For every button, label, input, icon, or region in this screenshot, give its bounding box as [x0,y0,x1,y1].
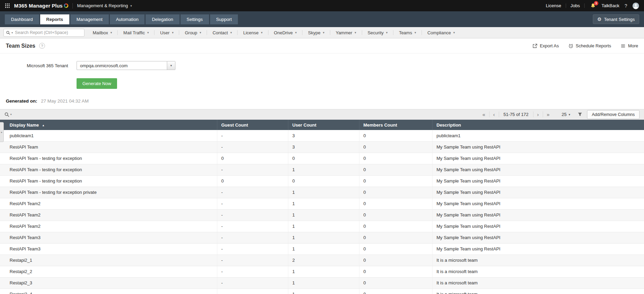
table-row[interactable]: RestAPI Team2-10My Sample Team using Res… [0,221,644,232]
chevron-down-icon: ▾ [295,31,297,34]
pagination-range: 51-75 of 172 [499,111,533,117]
search-input[interactable] [14,30,82,35]
table-cell: Restapi2_2 [0,266,217,277]
add-remove-columns-button[interactable]: Add/Remove Columns [587,110,640,119]
report-help-icon[interactable]: ? [39,43,45,49]
table-cell: 0 [359,209,432,221]
column-header-user-count[interactable]: User Count [288,120,359,130]
column-header-description[interactable]: Description [432,120,644,130]
app-launcher-icon[interactable] [5,3,10,8]
table-row[interactable]: Restapi2_1-20It is a microsoft team [0,255,644,266]
tab-support[interactable]: Support [210,14,238,24]
first-page-button[interactable]: « [479,111,489,117]
tab-reports[interactable]: Reports [40,14,69,24]
table-row[interactable]: RestAPI Team3-10My Sample Team using Res… [0,232,644,243]
next-page-button[interactable]: › [533,111,543,117]
talkback-link[interactable]: TalkBack [601,3,619,8]
table-cell: 0 [359,221,432,232]
divider [72,3,73,9]
table-cell: - [217,277,288,289]
menu-onedrive[interactable]: OneDrive▾ [268,30,302,35]
table-cell: RestAPI Team2 [0,198,217,209]
notifications-button[interactable]: 1 [590,3,596,8]
tenant-label: Microsoft 365 Tenant [27,63,70,68]
chevron-down-icon: ▾ [568,113,570,116]
report-search[interactable]: ▾ [3,29,84,37]
table-row[interactable]: RestAPI Team2-10My Sample Team using Res… [0,198,644,209]
filter-button[interactable] [578,112,582,117]
table-row[interactable]: RestAPI Team2-10My Sample Team using Res… [0,209,644,221]
generate-now-button[interactable]: Generate Now [77,78,117,89]
table-cell: RestAPI Team [0,141,217,153]
menu-mailbox[interactable]: Mailbox▾ [87,30,118,35]
chevron-down-icon: ▾ [147,31,149,34]
module-switcher[interactable]: Management & Reporting ▾ [77,3,132,8]
main-nav: DashboardReportsManagementAutomationDele… [0,11,644,27]
table-cell: 2 [288,255,359,266]
table-cell: RestAPI Team2 [0,221,217,232]
menu-compliance[interactable]: Compliance▾ [422,30,455,35]
table-cell: - [217,266,288,277]
table-row[interactable]: RestAPI Team - testing for exception000M… [0,153,644,164]
user-avatar[interactable] [632,2,639,9]
table-row[interactable]: publicteam1-30publicteam1 [0,130,644,141]
jobs-link[interactable]: Jobs [571,3,580,8]
generate-row: Generate Now [0,78,644,89]
tab-management[interactable]: Management [70,14,109,24]
table-row[interactable]: Restapi2_3-10It is a microsoft team [0,277,644,289]
search-icon [6,31,10,35]
divider [584,3,585,8]
table-row[interactable]: RestAPI Team - testing for exception-10M… [0,164,644,175]
column-header-display-name[interactable]: Display Name▲ [0,120,217,130]
table-cell: My Sample Team using RestAPI [432,187,644,198]
more-button[interactable]: More [621,43,638,48]
menu-skype[interactable]: Skype▾ [302,30,330,35]
table-cell: 1 [288,198,359,209]
table-cell: 0 [288,175,359,187]
table-row[interactable]: RestAPI Team-30My Sample Team using Rest… [0,141,644,153]
table-row[interactable]: Restapi2_2-10It is a microsoft team [0,266,644,277]
tenant-settings-button[interactable]: ⚙ Tenant Settings [593,14,639,24]
menu-user[interactable]: User▾ [154,30,179,35]
table-cell: My Sample Team using RestAPI [432,175,644,187]
page-size-select[interactable]: 25 ▾ [559,111,573,118]
table-row[interactable]: RestAPI Team - testing for exception000M… [0,175,644,187]
table-cell: RestAPI Team3 [0,232,217,243]
app-root: M365 Manager Plus Management & Reporting… [0,0,644,294]
menu-mail-traffic[interactable]: Mail Traffic▾ [118,30,154,35]
tab-settings[interactable]: Settings [181,14,209,24]
table-row[interactable]: RestAPI Team - testing for exception pri… [0,187,644,198]
tab-delegation[interactable]: Delegation [146,14,179,24]
table-search-button[interactable]: ▾ [4,112,12,117]
tenant-select[interactable]: ompqa.onmicrosoft.com ▾ [77,61,175,70]
menu-contact[interactable]: Contact▾ [207,30,238,35]
export-as-button[interactable]: Export As [532,43,559,48]
left-panel-toggle[interactable]: ▸ [0,122,4,142]
menu-teams[interactable]: Teams▾ [393,30,422,35]
last-page-button[interactable]: » [543,111,553,117]
table-cell: - [217,243,288,255]
column-header-members-count[interactable]: Members Count [359,120,432,130]
search-icon [4,112,9,117]
table-row[interactable]: RestAPI Team3-10My Sample Team using Res… [0,243,644,255]
menu-yammer[interactable]: Yammer▾ [330,30,362,35]
tab-dashboard[interactable]: Dashboard [5,14,39,24]
table-cell: 0 [359,130,432,141]
table-cell: - [217,187,288,198]
table-cell: My Sample Team using RestAPI [432,153,644,164]
menu-security[interactable]: Security▾ [362,30,394,35]
app-logo[interactable]: M365 Manager Plus [14,3,68,9]
export-icon [532,44,537,48]
menu-group[interactable]: Group▾ [179,30,207,35]
column-header-guest-count[interactable]: Guest Count [217,120,288,130]
table-cell: 1 [288,164,359,175]
table-row[interactable]: Restapi2_4-10It is a microsoft team [0,289,644,294]
help-icon[interactable]: ? [624,3,628,9]
license-link[interactable]: License [546,3,561,8]
schedule-reports-button[interactable]: Schedule Reports [568,43,611,48]
menu-license[interactable]: License▾ [238,30,268,35]
prev-page-button[interactable]: ‹ [489,111,499,117]
tab-automation[interactable]: Automation [110,14,145,24]
table-cell: It is a microsoft team [432,277,644,289]
table-cell: publicteam1 [0,130,217,141]
